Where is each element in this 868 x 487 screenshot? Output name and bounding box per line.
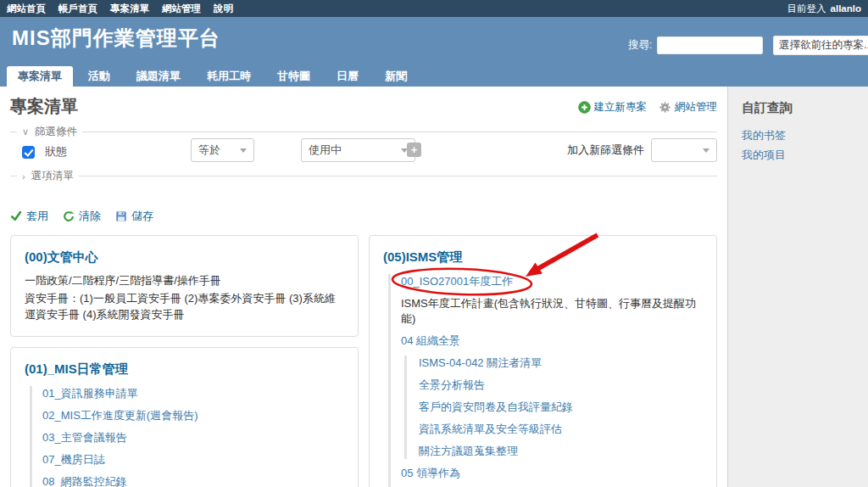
tab-issues[interactable]: 議題清單 [125,66,192,87]
save-label: 儲存 [131,209,153,224]
project-jump-select[interactable]: 選擇欲前往的專案... [773,36,868,55]
project-description: 資安手冊：(1)一般員工資安手冊 (2)專案委外資安手冊 (3)系統維運資安手冊… [25,290,344,322]
subproject-link[interactable]: 01_資訊服務申請單 [42,387,138,400]
tab-news[interactable]: 新聞 [374,66,418,87]
list-item: 02_MIS工作進度更新(週會報告) [42,408,344,423]
operator-select-value: 等於 [198,143,220,158]
app-header: MIS部門作業管理平台 搜尋: 選擇欲前往的專案... 專案清單 活動 議題清單… [0,17,868,87]
logged-in-username[interactable]: allanlo [831,3,861,14]
subproject-link[interactable]: 08_網路監控紀錄 [42,475,127,487]
chevron-down-icon [703,148,709,153]
new-project-link[interactable]: 建立新專案 [578,100,648,115]
subproject-link[interactable]: 全景分析報告 [419,378,485,391]
subproject-sublist: ISMS-04-042 關注者清單 全景分析報告 客戶的資安問卷及自我評量紀錄 … [404,355,703,459]
subproject-link[interactable]: 03_主管會議報告 [42,431,127,444]
contextual-actions: 建立新專案 網站管理 [578,100,718,115]
list-item: 08_網路監控紀錄 [42,474,344,487]
topmenu-projects[interactable]: 專案清單 [110,3,149,15]
status-filter-group: 狀態 [22,144,67,160]
options-legend[interactable]: › 選項清單 [17,169,79,183]
status-value-text: 使用中 [309,143,342,158]
subproject-link[interactable]: 04 組織全景 [401,334,460,347]
main-area: 建立新專案 網站管理 專案清單 ∨ 篩選條件 狀態 等於 [0,87,868,487]
operator-select[interactable]: 等於 [191,138,254,162]
plus-circle-icon [578,101,591,114]
list-item: 關注方議題蒐集整理 [419,444,703,459]
reload-icon [63,210,75,222]
gear-icon [659,101,671,114]
project-link-isms[interactable]: (05)ISMS管理 [383,249,462,264]
subproject-link[interactable]: 客戶的資安問卷及自我評量紀錄 [419,400,573,413]
search-input[interactable] [657,36,763,54]
subproject-link[interactable]: 07_機房日誌 [42,453,105,466]
main-tab-bar: 專案清單 活動 議題清單 耗用工時 甘特圖 日曆 新聞 [7,66,418,87]
apply-button[interactable]: 套用 [10,209,48,224]
add-filter-select[interactable] [651,138,717,162]
chevron-down-icon [240,148,247,153]
project-column-right: (05)ISMS管理 00_ISO27001年度工作 ISMS年度工作計畫(包含… [369,235,717,487]
add-filter-group: 加入新篩選條件 [567,138,717,162]
new-project-label: 建立新專案 [594,100,648,115]
add-value-button[interactable]: + [407,143,421,157]
logged-in-status: 目前登入 allanlo [787,3,861,15]
subproject-list: 00_ISO27001年度工作 ISMS年度工作計畫(包含執行狀況、甘特圖、行事… [388,274,703,487]
options-legend-label: 選項清單 [31,169,74,183]
tab-spent-time[interactable]: 耗用工時 [196,66,262,87]
status-filter-label: 狀態 [45,144,67,160]
list-item: 01_資訊服務申請單 [42,386,344,401]
topmenu-administration[interactable]: 網站管理 [162,3,201,15]
tab-calendar[interactable]: 日曆 [326,66,370,87]
save-button[interactable]: 儲存 [115,209,153,224]
content-panel: 建立新專案 網站管理 專案清單 ∨ 篩選條件 狀態 等於 [0,87,727,487]
project-description: 一階政策/二階程序/三階指導書/操作手冊 [25,272,344,288]
list-item: ISMS-04-042 關注者清單 [419,355,703,371]
subproject-link-iso27001[interactable]: 00_ISO27001年度工作 [401,275,513,288]
clear-label: 清除 [79,209,101,224]
sidebar-item-my-projects[interactable]: 我的项目 [742,148,854,163]
sidebar-item-bookmarks[interactable]: 我的书签 [742,128,854,143]
project-column-left: (00)文管中心 一階政策/二階程序/三階指導書/操作手冊 資安手冊：(1)一般… [10,235,359,487]
clear-button[interactable]: 清除 [63,209,101,224]
topmenu-home[interactable]: 網站首頁 [7,3,46,15]
subproject-link[interactable]: 02_MIS工作進度更新(週會報告) [42,409,198,422]
top-menu-bar: 網站首頁 帳戶首頁 專案清單 網站管理 說明 目前登入 allanlo [0,0,868,17]
subproject-list: 01_資訊服務申請單 02_MIS工作進度更新(週會報告) 03_主管會議報告 … [30,386,344,487]
check-icon [10,210,22,222]
status-checkbox[interactable] [22,146,35,159]
search-label: 搜尋: [628,38,652,53]
project-link-docs[interactable]: (00)文管中心 [25,249,98,264]
top-menu: 網站首頁 帳戶首頁 專案清單 網站管理 說明 [7,3,233,15]
tab-activity[interactable]: 活動 [77,66,121,87]
list-item: 00_ISO27001年度工作 [401,274,703,289]
sidebar-title: 自訂查詢 [742,100,854,116]
floppy-icon [115,210,127,222]
status-value-select[interactable]: 使用中 [301,138,415,162]
project-box-docs: (00)文管中心 一階政策/二階程序/三階指導書/操作手冊 資安手冊：(1)一般… [10,235,359,337]
list-item: 05 領導作為 [401,466,703,481]
tab-projects[interactable]: 專案清單 [7,66,73,87]
filters-fieldset: ∨ 篩選條件 狀態 等於 使用中 + 加入新篩選條件 [10,132,717,172]
subproject-link[interactable]: ISMS-04-042 關注者清單 [419,356,542,369]
subproject-description: ISMS年度工作計畫(包含執行狀況、甘特圖、行事曆及提醒功能) [401,296,703,327]
project-list: (00)文管中心 一階政策/二階程序/三階指導書/操作手冊 資安手冊：(1)一般… [10,235,717,487]
sidebar: 自訂查詢 我的书签 我的项目 [727,87,868,487]
subproject-link[interactable]: 資訊系統清單及安全等級評估 [419,423,562,435]
logged-in-label: 目前登入 [787,3,826,15]
options-fieldset: › 選項清單 [10,176,717,194]
project-box-mis: (01)_MIS日常管理 01_資訊服務申請單 02_MIS工作進度更新(週會報… [10,347,359,487]
filter-row: 狀態 等於 使用中 + 加入新篩選條件 [10,132,717,173]
list-item: ISMS-04-042 關注者清單 全景分析報告 客戶的資安問卷及自我評量紀錄 … [401,355,703,459]
project-link-mis[interactable]: (01)_MIS日常管理 [25,361,128,376]
list-item: 03_主管會議報告 [42,430,344,445]
topmenu-help[interactable]: 說明 [214,3,233,15]
project-jump-text: 選擇欲前往的專案... [779,38,868,53]
list-item: 07_機房日誌 [42,452,344,467]
subproject-link[interactable]: 關注方議題蒐集整理 [419,445,518,457]
subproject-link[interactable]: 05 領導作為 [401,467,460,479]
list-item: 04 組織全景 [401,333,703,349]
chevron-right-icon: › [22,171,25,182]
topmenu-my-page[interactable]: 帳戶首頁 [58,3,97,15]
tab-gantt[interactable]: 甘特圖 [266,66,321,87]
site-admin-link[interactable]: 網站管理 [659,100,717,115]
filter-buttons: 套用 清除 儲存 [10,208,717,225]
